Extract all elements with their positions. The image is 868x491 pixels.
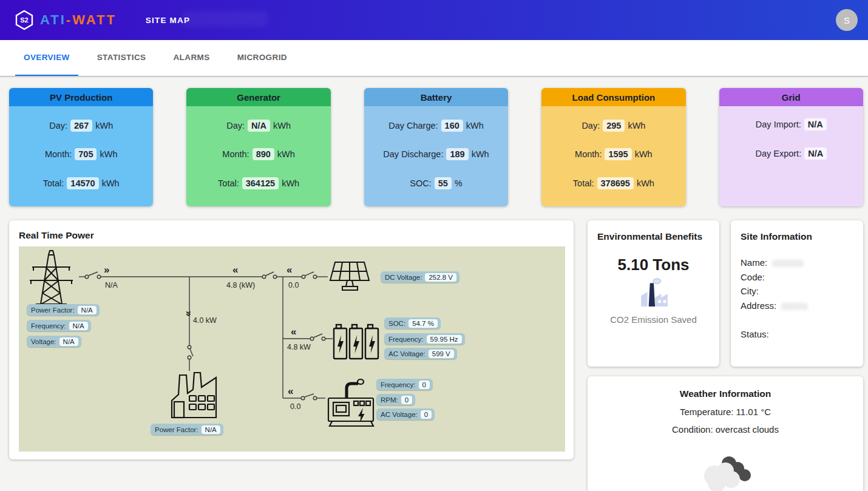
grid-frequency-chip: Frequency:N/A xyxy=(27,320,91,331)
grid-voltage-chip: Voltage:N/A xyxy=(27,336,81,347)
card-title: Generator xyxy=(186,88,330,106)
site-field-name: Name: xyxy=(741,256,853,270)
stat-row: Month:1595kWh xyxy=(575,148,653,160)
redacted-site-name xyxy=(182,11,267,27)
main-content: PV Production Day:267kWh Month:705kWh To… xyxy=(0,76,868,491)
power-diagram: » N/A « 4.8 (kW) « 0.0 » 4.0 kW « 4.8 kW… xyxy=(19,246,565,452)
real-time-power-title: Real Time Power xyxy=(19,230,564,241)
hexagon-logo-icon: S2 xyxy=(15,10,34,30)
redacted-value xyxy=(772,260,804,267)
tab-overview[interactable]: OVERVIEW xyxy=(15,40,78,76)
grid-flow-value: N/A xyxy=(105,281,118,290)
pv-flow-value: 0.0 xyxy=(288,281,299,290)
disconnect-switches xyxy=(85,272,325,400)
environmental-benefits-card: Environmental Benefits 5.10 Tons CO2 Emi… xyxy=(588,220,719,367)
summary-cards-row: PV Production Day:267kWh Month:705kWh To… xyxy=(9,88,863,206)
transmission-tower-icon xyxy=(30,251,73,304)
site-field-address: Address: xyxy=(741,299,853,313)
card-grid: Grid Day Import:N/A Day Export:N/A xyxy=(719,88,863,206)
site-information-title: Site Information xyxy=(741,231,853,242)
stat-row: Month:890kWh xyxy=(222,148,295,160)
load-flow-value: 4.0 kW xyxy=(193,316,217,325)
stat-row: Day:N/AkWh xyxy=(226,120,291,132)
battery-soc-chip: SOC:54.7 % xyxy=(384,317,441,329)
redacted-value xyxy=(781,303,808,310)
card-generator: Generator Day:N/AkWh Month:890kWh Total:… xyxy=(186,88,330,206)
user-avatar[interactable]: S xyxy=(836,9,858,31)
wires xyxy=(79,277,333,398)
stat-row: Day:295kWh xyxy=(581,120,645,132)
right-column: Environmental Benefits 5.10 Tons CO2 Emi… xyxy=(588,220,863,491)
stat-row: Day Import:N/A xyxy=(756,118,827,130)
card-title: Grid xyxy=(719,88,863,106)
brand-prefix: ATI xyxy=(40,12,66,27)
generator-flow-value: 0.0 xyxy=(290,402,300,411)
tab-microgrid[interactable]: MICROGRID xyxy=(229,40,296,76)
weather-information-title: Weather Information xyxy=(597,388,853,399)
overcast-clouds-icon xyxy=(597,450,853,491)
co2-saved-caption: CO2 Emission Saved xyxy=(597,314,710,325)
brand-wordmark: ATI-WATT xyxy=(40,12,117,28)
stat-row: Total:378695kWh xyxy=(573,177,654,189)
brand-logo[interactable]: S2 ATI-WATT xyxy=(15,10,117,30)
eco-factory-icon xyxy=(597,277,710,311)
brand-suffix: -WATT xyxy=(66,12,117,27)
tab-alarms[interactable]: ALARMS xyxy=(164,40,218,76)
temperature-line: Temperature: 11.01 °C xyxy=(597,407,853,417)
stat-row: Total:364125kWh xyxy=(218,177,299,189)
battery-arrow-icon: « xyxy=(291,326,296,337)
co2-saved-value: 5.10 Tons xyxy=(597,256,710,274)
battery-frequency-chip: Frequency:59.95 Hz xyxy=(384,333,465,345)
card-title: PV Production xyxy=(9,88,153,106)
weather-information-card: Weather Information Temperature: 11.01 °… xyxy=(588,376,863,491)
stat-row: Day Export:N/A xyxy=(755,147,827,160)
factory-icon xyxy=(172,373,216,418)
import-arrow-icon: « xyxy=(232,264,238,276)
pv-arrow-icon: « xyxy=(287,264,292,276)
stat-row: SOC:55% xyxy=(410,177,463,189)
flow-labels: » N/A « 4.8 (kW) « 0.0 » 4.0 kW « 4.8 kW… xyxy=(104,264,311,411)
generator-icon xyxy=(328,379,373,426)
generator-ac-voltage-chip: AC Voltage:0 xyxy=(376,408,435,420)
site-information-card: Site Information Name: Code: City: Addre… xyxy=(731,220,863,367)
card-pv-production: PV Production Day:267kWh Month:705kWh To… xyxy=(9,88,153,206)
environmental-benefits-title: Environmental Benefits xyxy=(597,231,710,242)
card-load-consumption: Load Consumption Day:295kWh Month:1595kW… xyxy=(541,88,685,206)
site-field-code: Code: xyxy=(741,270,853,285)
battery-flow-value: 4.8 kW xyxy=(287,343,311,351)
generator-arrow-icon: « xyxy=(288,385,293,397)
card-title: Battery xyxy=(364,88,508,106)
stat-row: Day Charge:160kWh xyxy=(388,120,484,132)
condition-line: Condition: overcast clouds xyxy=(597,424,853,435)
schematic-svg: » N/A « 4.8 (kW) « 0.0 » 4.0 kW « 4.8 kW… xyxy=(19,246,565,452)
tab-bar: OVERVIEW STATISTICS ALARMS MICROGRID xyxy=(0,40,868,76)
stat-row: Day:267kWh xyxy=(49,120,113,132)
generator-rpm-chip: RPM:0 xyxy=(376,394,415,405)
load-power-factor-chip: Power Factor:N/A xyxy=(151,424,223,435)
stat-row: Total:14570kWh xyxy=(43,177,120,189)
site-field-city: City: xyxy=(741,284,853,299)
generator-frequency-chip: Frequency:0 xyxy=(376,379,433,390)
top-navbar: S2 ATI-WATT SITE MAP S xyxy=(0,0,868,40)
battery-ac-voltage-chip: AC Voltage:599 V xyxy=(384,348,457,359)
logo-text: S2 xyxy=(20,16,28,24)
site-field-status: Status: xyxy=(741,327,853,342)
solar-panel-icon xyxy=(330,262,369,290)
card-battery: Battery Day Charge:160kWh Day Discharge:… xyxy=(364,88,508,206)
grid-power-factor-chip: Power Factor:N/A xyxy=(27,304,100,316)
pv-dc-voltage-chip: DC Voltage:252.8 V xyxy=(381,271,459,283)
real-time-power-card: Real Time Power xyxy=(9,220,574,459)
stat-row: Day Discharge:189kWh xyxy=(383,148,489,160)
stat-row: Month:705kWh xyxy=(45,148,118,160)
card-title: Load Consumption xyxy=(541,88,685,106)
bus-flow-value: 4.8 (kW) xyxy=(226,281,255,290)
tab-statistics[interactable]: STATISTICS xyxy=(89,40,155,76)
battery-bank-icon xyxy=(334,325,378,359)
export-arrow-icon: » xyxy=(104,264,109,276)
